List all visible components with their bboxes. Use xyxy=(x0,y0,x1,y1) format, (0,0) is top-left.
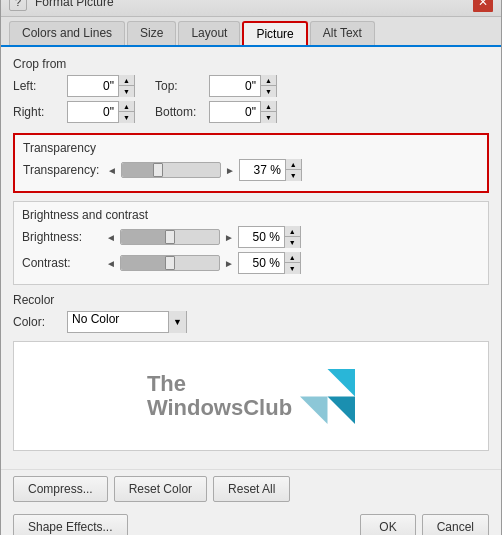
crop-right-row: Right: ▲ ▼ xyxy=(13,101,135,123)
contrast-track[interactable] xyxy=(120,255,220,271)
contrast-thumb[interactable] xyxy=(165,256,175,270)
crop-left-spin-buttons: ▲ ▼ xyxy=(118,75,134,97)
transparency-label: Transparency: xyxy=(23,163,103,177)
transparency-spin-up[interactable]: ▲ xyxy=(285,159,301,170)
recolor-color-label: Color: xyxy=(13,315,63,329)
action-buttons: Compress... Reset Color Reset All xyxy=(1,469,501,508)
brightness-left-arrow[interactable]: ◄ xyxy=(106,232,116,243)
crop-bottom-spin-buttons: ▲ ▼ xyxy=(260,101,276,123)
crop-title: Crop from xyxy=(13,57,489,71)
crop-right-spin-buttons: ▲ ▼ xyxy=(118,101,134,123)
brightness-right-arrow[interactable]: ► xyxy=(224,232,234,243)
color-select-value: No Color xyxy=(68,312,168,332)
recolor-row: Color: No Color ▼ xyxy=(13,311,489,333)
cancel-button[interactable]: Cancel xyxy=(422,514,489,535)
crop-left-spin-up[interactable]: ▲ xyxy=(118,75,134,86)
contrast-spin-up[interactable]: ▲ xyxy=(284,252,300,263)
brightness-percent-group[interactable]: ▲ ▼ xyxy=(238,226,301,248)
brightness-input[interactable] xyxy=(239,227,284,247)
close-button[interactable]: ✕ xyxy=(473,0,493,12)
crop-bottom-spin-up[interactable]: ▲ xyxy=(260,101,276,112)
shape-effects-button[interactable]: Shape Effects... xyxy=(13,514,128,535)
crop-top-label: Top: xyxy=(155,79,205,93)
recolor-section: Recolor Color: No Color ▼ xyxy=(13,293,489,333)
dialog-body: Crop from Left: ▲ ▼ Top: xyxy=(1,47,501,469)
contrast-spin-buttons: ▲ ▼ xyxy=(284,252,300,274)
tab-alt-text[interactable]: Alt Text xyxy=(310,21,375,45)
transparency-input[interactable] xyxy=(240,160,285,180)
preview-logo xyxy=(300,369,355,424)
transparency-spin-buttons: ▲ ▼ xyxy=(285,159,301,181)
brightness-track[interactable] xyxy=(120,229,220,245)
transparency-right-arrow[interactable]: ► xyxy=(225,165,235,176)
crop-top-row: Top: ▲ ▼ xyxy=(155,75,277,97)
crop-bottom-label: Bottom: xyxy=(155,105,205,119)
preview-text: The WindowsClub xyxy=(147,372,292,420)
ok-button[interactable]: OK xyxy=(360,514,415,535)
brightness-spin-buttons: ▲ ▼ xyxy=(284,226,300,248)
crop-top-spin-buttons: ▲ ▼ xyxy=(260,75,276,97)
contrast-percent-group[interactable]: ▲ ▼ xyxy=(238,252,301,274)
format-picture-dialog: ? Format Picture ✕ Colors and Lines Size… xyxy=(0,0,502,535)
brightness-spin-down[interactable]: ▼ xyxy=(284,237,300,248)
brightness-thumb[interactable] xyxy=(165,230,175,244)
contrast-spin-down[interactable]: ▼ xyxy=(284,263,300,274)
crop-right-spin-down[interactable]: ▼ xyxy=(118,112,134,123)
crop-top-spin-down[interactable]: ▼ xyxy=(260,86,276,97)
transparency-thumb[interactable] xyxy=(153,163,163,177)
contrast-input[interactable] xyxy=(239,253,284,273)
crop-bottom-spinner[interactable]: ▲ ▼ xyxy=(209,101,277,123)
crop-left-spinner[interactable]: ▲ ▼ xyxy=(67,75,135,97)
crop-bottom-input[interactable] xyxy=(210,102,260,122)
crop-left-input[interactable] xyxy=(68,76,118,96)
crop-left-label: Left: xyxy=(13,79,63,93)
contrast-fill xyxy=(121,256,170,270)
compress-button[interactable]: Compress... xyxy=(13,476,108,502)
crop-right-input[interactable] xyxy=(68,102,118,122)
svg-marker-2 xyxy=(300,396,328,424)
brightness-fill xyxy=(121,230,170,244)
preview-area: The WindowsClub xyxy=(13,341,489,451)
svg-marker-1 xyxy=(328,396,356,424)
preview-content: The WindowsClub xyxy=(147,369,355,424)
help-button[interactable]: ? xyxy=(9,0,27,11)
brightness-row: Brightness: ◄ ► ▲ ▼ xyxy=(22,226,480,248)
title-bar-left: ? Format Picture xyxy=(9,0,114,11)
brightness-slider-group: ◄ ► xyxy=(106,229,234,245)
footer: Shape Effects... OK Cancel xyxy=(1,508,501,535)
dialog-title: Format Picture xyxy=(35,0,114,9)
reset-color-button[interactable]: Reset Color xyxy=(114,476,207,502)
tab-size[interactable]: Size xyxy=(127,21,176,45)
contrast-label: Contrast: xyxy=(22,256,102,270)
contrast-right-arrow[interactable]: ► xyxy=(224,258,234,269)
recolor-title: Recolor xyxy=(13,293,489,307)
tab-layout[interactable]: Layout xyxy=(178,21,240,45)
crop-top-spin-up[interactable]: ▲ xyxy=(260,75,276,86)
crop-right-spin-up[interactable]: ▲ xyxy=(118,101,134,112)
crop-left-spin-down[interactable]: ▼ xyxy=(118,86,134,97)
reset-all-button[interactable]: Reset All xyxy=(213,476,290,502)
tab-colors-lines[interactable]: Colors and Lines xyxy=(9,21,125,45)
transparency-spin-down[interactable]: ▼ xyxy=(285,170,301,181)
color-dropdown-arrow[interactable]: ▼ xyxy=(168,311,186,333)
preview-line2: WindowsClub xyxy=(147,396,292,420)
preview-line1: The xyxy=(147,372,292,396)
brightness-title: Brightness and contrast xyxy=(22,208,480,222)
transparency-section: Transparency Transparency: ◄ ► xyxy=(13,133,489,193)
transparency-percent-group[interactable]: ▲ ▼ xyxy=(239,159,302,181)
transparency-slider-group: ◄ ► xyxy=(107,162,235,178)
crop-top-spinner[interactable]: ▲ ▼ xyxy=(209,75,277,97)
brightness-spin-up[interactable]: ▲ xyxy=(284,226,300,237)
transparency-track[interactable] xyxy=(121,162,221,178)
crop-top-input[interactable] xyxy=(210,76,260,96)
crop-bottom-spin-down[interactable]: ▼ xyxy=(260,112,276,123)
tab-picture[interactable]: Picture xyxy=(242,21,307,45)
crop-right-spinner[interactable]: ▲ ▼ xyxy=(67,101,135,123)
contrast-slider-group: ◄ ► xyxy=(106,255,234,271)
contrast-left-arrow[interactable]: ◄ xyxy=(106,258,116,269)
transparency-left-arrow[interactable]: ◄ xyxy=(107,165,117,176)
svg-marker-0 xyxy=(328,369,356,397)
color-select[interactable]: No Color ▼ xyxy=(67,311,187,333)
brightness-label: Brightness: xyxy=(22,230,102,244)
crop-row-2: Right: ▲ ▼ Bottom: xyxy=(13,101,489,127)
